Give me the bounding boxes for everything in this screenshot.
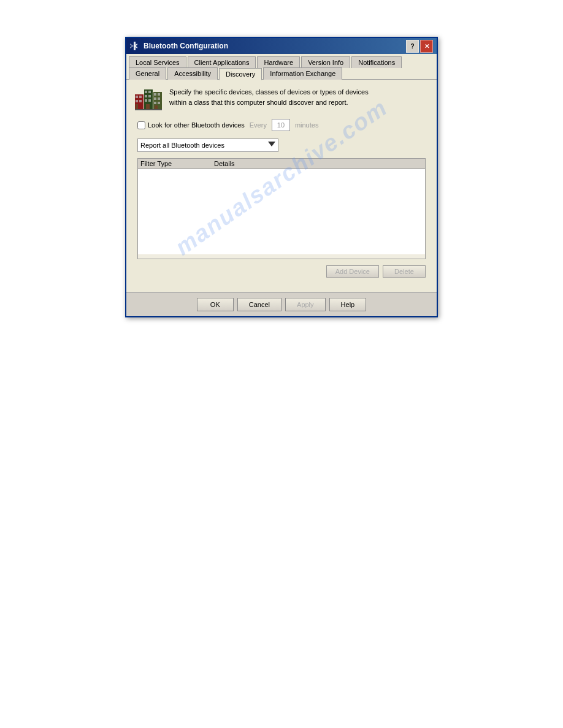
- window-close-button[interactable]: ✕: [420, 40, 433, 53]
- ok-button[interactable]: OK: [197, 298, 234, 311]
- lookup-row: Look for other Bluetooth devices Every m…: [137, 119, 428, 131]
- window-help-button[interactable]: ?: [406, 40, 419, 53]
- svg-rect-4: [136, 96, 138, 98]
- svg-rect-23: [158, 102, 160, 104]
- tab-information-exchange[interactable]: Information Exchange: [263, 67, 342, 80]
- bluetooth-config-window: Bluetooth Configuration ? ✕ Local Servic…: [125, 37, 438, 317]
- tab-version-info[interactable]: Version Info: [301, 56, 350, 68]
- svg-rect-5: [139, 96, 142, 98]
- svg-rect-22: [154, 102, 156, 104]
- tab-accessibility[interactable]: Accessibility: [167, 67, 218, 80]
- every-label: Every: [250, 121, 267, 129]
- action-row: Add Device Delete: [135, 265, 426, 278]
- svg-rect-19: [158, 93, 160, 96]
- window-title: Bluetooth Configuration: [144, 42, 228, 50]
- title-bar: Bluetooth Configuration ? ✕: [126, 38, 437, 54]
- discovery-header: Specify the specific devices, classes of…: [135, 87, 428, 110]
- report-dropdown-row: Report all Bluetooth devices Report spec…: [137, 138, 428, 152]
- tab-hardware[interactable]: Hardware: [257, 56, 300, 68]
- minutes-input[interactable]: [272, 119, 290, 131]
- apply-button[interactable]: Apply: [285, 298, 326, 311]
- discovery-description: Specify the specific devices, classes of…: [169, 87, 369, 107]
- filter-table-body: [138, 169, 425, 254]
- filter-col-details: Details: [214, 160, 423, 167]
- add-device-button[interactable]: Add Device: [326, 265, 379, 278]
- svg-rect-15: [148, 99, 151, 102]
- cancel-button[interactable]: Cancel: [237, 298, 282, 311]
- tab-row-2: General Accessibility Discovery Informat…: [129, 67, 437, 79]
- svg-rect-18: [154, 93, 156, 96]
- svg-rect-13: [148, 95, 151, 97]
- title-bar-left: Bluetooth Configuration: [130, 41, 228, 51]
- tab-bar-row1: Local Services Client Applications Hardw…: [126, 54, 437, 80]
- tab-client-applications[interactable]: Client Applications: [188, 56, 256, 68]
- title-bar-buttons: ? ✕: [406, 40, 433, 53]
- svg-rect-11: [148, 91, 151, 93]
- svg-rect-6: [136, 100, 138, 102]
- window-icon: [130, 41, 140, 51]
- svg-marker-2: [130, 44, 134, 48]
- filter-table: Filter Type Details: [137, 158, 426, 259]
- tab-notifications[interactable]: Notifications: [351, 56, 402, 68]
- bottom-bar: OK Cancel Apply Help: [126, 292, 437, 316]
- lookup-checkbox-label[interactable]: Look for other Bluetooth devices: [137, 121, 245, 129]
- help-button[interactable]: Help: [329, 298, 367, 311]
- report-dropdown[interactable]: Report all Bluetooth devices Report spec…: [137, 138, 278, 152]
- tab-row-1: Local Services Client Applications Hardw…: [129, 56, 437, 67]
- tab-local-services[interactable]: Local Services: [129, 56, 186, 68]
- lookup-checkbox[interactable]: [137, 121, 145, 129]
- svg-rect-7: [139, 100, 142, 102]
- content-area: Specify the specific devices, classes of…: [126, 80, 437, 292]
- minutes-label: minutes: [295, 121, 319, 129]
- delete-button[interactable]: Delete: [383, 265, 426, 278]
- svg-rect-10: [145, 91, 147, 93]
- svg-rect-25: [135, 109, 162, 110]
- svg-rect-20: [154, 97, 156, 100]
- svg-rect-14: [145, 99, 147, 102]
- tab-general[interactable]: General: [129, 67, 166, 80]
- tab-discovery[interactable]: Discovery: [219, 68, 262, 80]
- filter-col-type: Filter Type: [140, 160, 214, 167]
- filter-table-header: Filter Type Details: [138, 159, 425, 169]
- bluetooth-buildings-icon: [135, 87, 162, 110]
- svg-rect-21: [158, 97, 160, 100]
- svg-rect-12: [145, 95, 147, 97]
